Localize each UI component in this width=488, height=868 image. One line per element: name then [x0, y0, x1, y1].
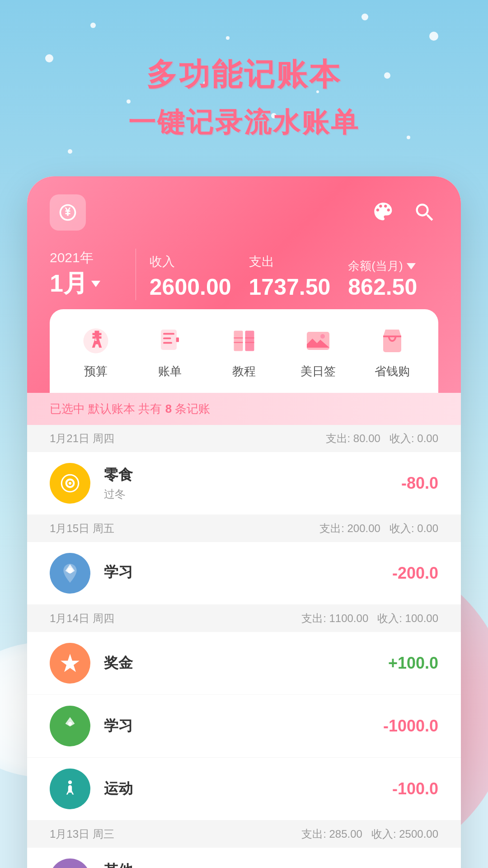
svg-rect-5	[176, 338, 179, 342]
logo-button[interactable]	[50, 194, 86, 231]
svg-rect-6	[234, 331, 243, 351]
tx-icon-study	[50, 553, 90, 594]
header-title-line1: 多功能记账本	[0, 54, 488, 95]
balance-label: 余额(当月)	[348, 258, 438, 274]
yen-icon	[58, 203, 78, 222]
table-row[interactable]: 其他 小猪砸碎哒 +2500.0	[27, 848, 461, 868]
balance-value: 862.50	[348, 274, 438, 300]
top-icons	[371, 199, 438, 226]
tx-icon-bonus	[50, 643, 90, 684]
expense-label: 支出	[249, 253, 339, 270]
svg-rect-10	[245, 338, 254, 339]
svg-rect-9	[234, 342, 243, 343]
quick-nav: 预算 账单	[50, 309, 438, 393]
month-row[interactable]: 1月	[50, 267, 122, 300]
date-separator-2: 1月14日 周四 支出: 1100.00 收入: 100.00	[27, 605, 461, 632]
tx-amount: -200.0	[392, 564, 438, 583]
svg-rect-11	[245, 342, 254, 343]
tx-amount: -1000.0	[383, 717, 438, 736]
svg-rect-4	[163, 342, 172, 344]
budget-label: 预算	[84, 363, 108, 379]
tx-info: 学习	[104, 562, 392, 584]
date-separator-1: 1月15日 周五 支出: 200.00 收入: 0.00	[27, 515, 461, 542]
nav-budget[interactable]: 预算	[78, 323, 114, 379]
search-icon[interactable]	[411, 199, 438, 226]
svg-rect-2	[163, 333, 174, 335]
tx-amount: -80.0	[401, 474, 438, 493]
tutorial-label: 教程	[232, 363, 256, 379]
transaction-list: 已选中 默认账本 共有 8 条记账 1月21日 周四 支出: 80.00 收入:…	[27, 393, 461, 868]
svg-rect-7	[245, 331, 254, 351]
shop-label: 省钱购	[375, 363, 410, 379]
svg-rect-3	[163, 338, 171, 340]
year-month-block: 2021年 1月	[50, 249, 136, 300]
stats-row: 2021年 1月 收入 2600.00 支出 1737.50 余额(当月)	[50, 249, 438, 300]
nav-diary[interactable]: 美日签	[300, 323, 336, 379]
ledger-icon	[152, 323, 188, 359]
table-row[interactable]: 运动 -100.0	[27, 758, 461, 821]
shop-icon	[374, 323, 410, 359]
diary-icon	[300, 323, 336, 359]
tx-info: 运动	[104, 779, 392, 799]
table-row[interactable]: 奖金 +100.0	[27, 632, 461, 695]
svg-point-18	[68, 569, 72, 573]
income-value: 2600.00	[150, 274, 240, 300]
app-header: 2021年 1月 收入 2600.00 支出 1737.50 余额(当月)	[27, 176, 461, 393]
tx-icon-other	[50, 859, 90, 868]
month-dropdown-arrow	[91, 281, 100, 287]
income-block: 收入 2600.00	[136, 253, 240, 300]
month-value: 1月	[50, 267, 88, 300]
expense-block: 支出 1737.50	[240, 253, 339, 300]
svg-rect-8	[234, 338, 243, 339]
tx-info: 学习	[104, 716, 383, 736]
svg-point-16	[69, 482, 71, 485]
chart-icon[interactable]	[371, 199, 398, 226]
table-row[interactable]: 学习 -200.0	[27, 542, 461, 605]
diary-label: 美日签	[300, 363, 336, 379]
table-row[interactable]: 零食 过冬 -80.0	[27, 452, 461, 515]
tutorial-icon	[226, 323, 262, 359]
nav-shop[interactable]: 省钱购	[374, 323, 410, 379]
nav-tutorial[interactable]: 教程	[226, 323, 262, 379]
nav-ledger[interactable]: 账单	[152, 323, 188, 379]
tx-amount: +100.0	[388, 654, 438, 673]
list-header-bar: 已选中 默认账本 共有 8 条记账	[27, 393, 461, 425]
date-separator-3: 1月13日 周三 支出: 285.00 收入: 2500.00	[27, 821, 461, 848]
expense-value: 1737.50	[249, 274, 339, 300]
promo-header: 多功能记账本 一键记录流水账单	[0, 54, 488, 141]
tx-icon-snack	[50, 463, 90, 504]
balance-block: 余额(当月) 862.50	[339, 258, 438, 300]
svg-rect-1	[161, 330, 177, 350]
app-top-bar	[50, 194, 438, 231]
budget-icon	[78, 323, 114, 359]
tx-info: 奖金	[104, 653, 388, 673]
income-label: 收入	[150, 253, 240, 270]
phone-mockup: 2021年 1月 收入 2600.00 支出 1737.50 余额(当月)	[27, 176, 461, 868]
tx-icon-sport	[50, 769, 90, 809]
ledger-label: 账单	[158, 363, 182, 379]
tx-info: 零食 过冬	[104, 465, 401, 501]
date-separator-0: 1月21日 周四 支出: 80.00 收入: 0.00	[27, 425, 461, 452]
balance-dropdown-arrow	[407, 263, 416, 269]
table-row[interactable]: 学习 -1000.0	[27, 695, 461, 758]
tx-info: 其他 小猪砸碎哒	[104, 861, 379, 868]
tx-amount: -100.0	[392, 779, 438, 798]
tx-icon-study2	[50, 706, 90, 746]
svg-point-20	[68, 780, 72, 784]
svg-point-13	[320, 334, 325, 339]
year-label: 2021年	[50, 249, 122, 267]
header-title-line2: 一键记录流水账单	[0, 104, 488, 141]
